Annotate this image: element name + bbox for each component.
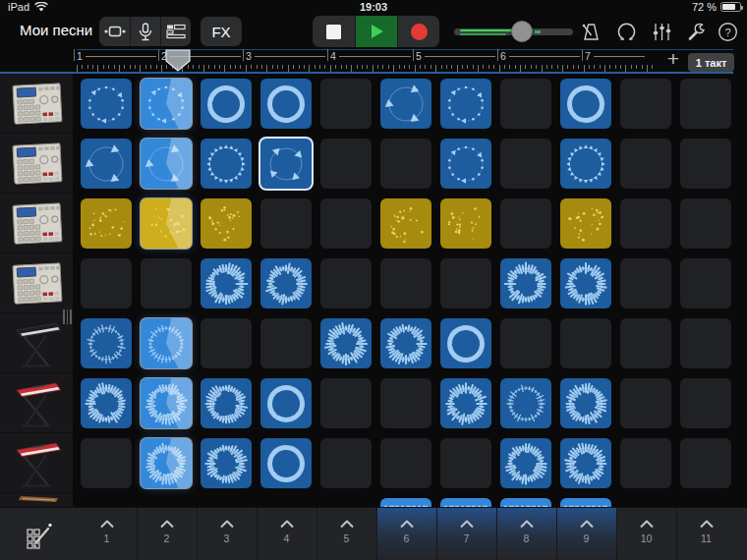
empty-cell[interactable]	[81, 438, 132, 488]
empty-cell[interactable]	[620, 438, 671, 488]
empty-cell[interactable]	[440, 258, 491, 308]
loop-cell[interactable]	[560, 258, 611, 308]
empty-cell[interactable]	[440, 438, 491, 488]
add-bars-button[interactable]: +	[662, 47, 684, 71]
track-resize-grip[interactable]	[63, 309, 72, 324]
empty-cell[interactable]	[680, 258, 731, 308]
empty-cell[interactable]	[320, 378, 372, 428]
empty-cell[interactable]	[81, 258, 132, 308]
empty-cell[interactable]	[620, 258, 671, 308]
loop-cell[interactable]	[201, 139, 252, 189]
loop-cell[interactable]	[380, 79, 431, 129]
loop-cell[interactable]	[81, 318, 132, 368]
loop-cell[interactable]	[560, 139, 611, 189]
track-header-drum-machine[interactable]	[0, 75, 75, 134]
empty-cell[interactable]	[620, 198, 671, 249]
empty-cell[interactable]	[320, 198, 372, 249]
empty-cell[interactable]	[500, 198, 551, 249]
loop-cell[interactable]	[201, 79, 252, 129]
timeline-ruler[interactable]: 1234567 + 1 такт	[0, 49, 747, 74]
loop-cell[interactable]	[141, 139, 192, 189]
loop-cell[interactable]	[81, 79, 132, 129]
empty-cell[interactable]	[320, 258, 372, 308]
playhead[interactable]	[164, 49, 192, 73]
empty-cell[interactable]	[500, 318, 551, 368]
loop-cell[interactable]	[141, 79, 192, 129]
help-icon[interactable]: ?	[717, 21, 738, 42]
loop-cell[interactable]	[81, 198, 132, 249]
metronome-icon[interactable]	[580, 21, 602, 42]
volume-knob[interactable]	[511, 21, 533, 42]
column-trigger-5[interactable]: 5	[316, 508, 376, 560]
loop-cell[interactable]	[560, 438, 611, 488]
empty-cell[interactable]	[380, 378, 431, 428]
empty-cell[interactable]	[680, 438, 731, 488]
stop-button[interactable]	[313, 16, 355, 47]
empty-cell[interactable]	[680, 198, 731, 249]
loop-cell[interactable]	[440, 378, 491, 428]
wrench-icon[interactable]	[685, 21, 707, 42]
empty-cell[interactable]	[620, 318, 671, 368]
master-volume-slider[interactable]	[454, 26, 573, 37]
loop-cell[interactable]	[260, 258, 312, 308]
empty-cell[interactable]	[680, 79, 731, 129]
empty-cell[interactable]	[260, 198, 312, 249]
loop-cell[interactable]	[260, 378, 312, 428]
loop-cell[interactable]	[500, 258, 551, 308]
empty-cell[interactable]	[201, 318, 252, 368]
column-trigger-2[interactable]: 2	[137, 508, 197, 560]
track-header-stage-piano-red[interactable]	[0, 434, 75, 493]
loop-cell[interactable]	[380, 318, 431, 368]
column-trigger-3[interactable]: 3	[197, 508, 257, 560]
bar-length-badge[interactable]: 1 такт	[688, 53, 734, 72]
empty-cell[interactable]	[380, 258, 431, 308]
track-header-stage-piano-red[interactable]	[0, 374, 75, 433]
loop-cell[interactable]	[260, 139, 312, 189]
empty-cell[interactable]	[380, 139, 431, 189]
column-trigger-11[interactable]: 11	[676, 508, 736, 560]
track-header-drum-machine[interactable]	[0, 254, 75, 313]
loop-cell[interactable]	[141, 318, 192, 368]
empty-cell[interactable]	[620, 378, 671, 428]
loop-cell[interactable]	[141, 378, 192, 428]
edit-cells-button[interactable]	[0, 508, 76, 560]
column-trigger-8[interactable]: 8	[496, 508, 556, 560]
loop-cell[interactable]	[201, 198, 252, 249]
loop-cell[interactable]	[201, 378, 252, 428]
loop-cell[interactable]	[260, 79, 312, 129]
empty-cell[interactable]	[500, 139, 551, 189]
empty-cell[interactable]	[141, 258, 192, 308]
empty-cell[interactable]	[500, 79, 551, 129]
loop-cell[interactable]	[81, 139, 132, 189]
loop-cell[interactable]	[440, 79, 491, 129]
empty-cell[interactable]	[680, 378, 731, 428]
tracks-view-icon[interactable]	[160, 17, 191, 46]
fx-button[interactable]: FX	[201, 17, 242, 46]
empty-cell[interactable]	[320, 139, 372, 189]
column-trigger-10[interactable]: 10	[616, 508, 676, 560]
track-header-drum-machine[interactable]	[0, 195, 75, 253]
track-header-strings-partial[interactable]	[0, 494, 75, 505]
loop-cell[interactable]	[141, 438, 192, 488]
track-header-drum-machine[interactable]	[0, 135, 75, 194]
column-trigger-9[interactable]: 9	[556, 508, 616, 560]
empty-cell[interactable]	[680, 139, 731, 189]
loop-cell[interactable]	[440, 139, 491, 189]
loop-cell[interactable]	[201, 438, 252, 488]
loop-cell[interactable]	[500, 378, 551, 428]
microphone-icon[interactable]	[130, 17, 160, 46]
column-trigger-6[interactable]: 6	[376, 508, 436, 560]
empty-cell[interactable]	[320, 438, 372, 488]
empty-cell[interactable]	[260, 318, 312, 368]
loop-cell[interactable]	[320, 318, 372, 368]
column-trigger-7[interactable]: 7	[436, 508, 496, 560]
empty-cell[interactable]	[620, 139, 671, 189]
empty-cell[interactable]	[560, 318, 611, 368]
loop-cell[interactable]	[560, 198, 611, 249]
loop-cell[interactable]	[440, 198, 491, 249]
live-loops-grid-icon[interactable]	[99, 17, 130, 46]
mixer-levels-icon[interactable]	[651, 21, 672, 42]
loop-cell[interactable]	[380, 198, 431, 249]
loop-cell[interactable]	[201, 258, 252, 308]
loop-cell[interactable]	[440, 318, 491, 368]
